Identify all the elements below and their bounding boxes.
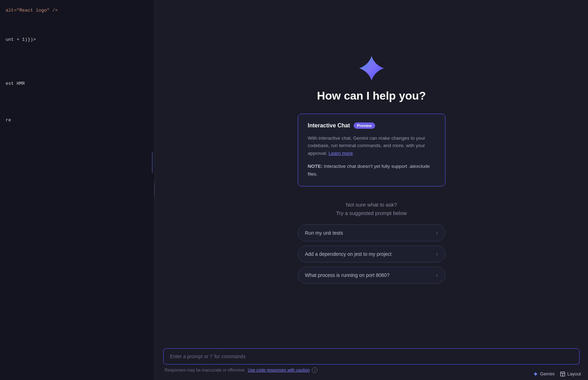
panel-divider — [154, 183, 154, 197]
chat-input-wrapper[interactable] — [163, 348, 580, 365]
chat-input-area: Responses may be inaccurate or offensive… — [155, 343, 588, 380]
bottom-bar: Gemini Layout — [526, 368, 588, 380]
suggestions-line1: Not sure what to ask? — [336, 201, 407, 209]
gemini-star-icon — [358, 54, 386, 82]
code-line — [6, 95, 149, 102]
suggestions-list: Run my unit tests › Add a dependency on … — [298, 224, 445, 284]
code-line — [6, 73, 149, 80]
suggestion-add-jest[interactable]: Add a dependency on jest to my project › — [298, 246, 445, 262]
code-line: alt="React logo" /> — [6, 7, 149, 14]
code-line — [6, 139, 149, 146]
chat-input[interactable] — [164, 349, 579, 364]
code-line — [6, 14, 149, 22]
page-title: How can I help you? — [317, 89, 426, 102]
code-line — [6, 29, 149, 36]
code-line: est HMR — [6, 80, 149, 88]
interactive-chat-card: Interactive Chat Preview With interactiv… — [298, 114, 445, 187]
card-header: Interactive Chat Preview — [308, 122, 435, 129]
learn-more-link[interactable]: Learn more — [329, 151, 353, 156]
gemini-status-item[interactable]: Gemini — [533, 371, 555, 376]
card-note: NOTE: Interactive chat doesn't yet fully… — [308, 163, 435, 178]
card-title: Interactive Chat — [308, 122, 350, 129]
code-line — [6, 88, 149, 95]
code-line — [6, 65, 149, 73]
card-description: With interactive chat, Gemini can make c… — [308, 134, 435, 157]
suggestions-line2: Try a suggested prompt below — [336, 209, 407, 217]
code-content: alt="React logo" /> unt + 1)})> est HMR … — [6, 7, 149, 146]
preview-badge: Preview — [354, 122, 375, 129]
layout-icon — [560, 372, 565, 376]
footer-warning-text: Responses may be inaccurate or offensive… — [165, 368, 246, 373]
chevron-right-icon: › — [436, 272, 438, 278]
suggestion-run-unit-tests[interactable]: Run my unit tests › — [298, 224, 445, 241]
code-editor-panel: alt="React logo" /> unt + 1)})> est HMR … — [0, 0, 155, 380]
chat-main-content: How can I help you? Interactive Chat Pre… — [248, 0, 495, 380]
code-line — [6, 124, 149, 132]
code-line — [6, 132, 149, 139]
caution-link[interactable]: Use code responses with caution — [248, 368, 310, 373]
chevron-right-icon: › — [436, 230, 438, 236]
code-line — [6, 58, 149, 66]
gemini-label: Gemini — [540, 371, 555, 376]
gemini-chat-panel: How can I help you? Interactive Chat Pre… — [155, 0, 588, 380]
suggestions-header: Not sure what to ask? Try a suggested pr… — [336, 201, 407, 217]
code-line — [6, 44, 149, 51]
code-line — [6, 22, 149, 29]
code-line — [6, 102, 149, 109]
code-line: unt + 1)})> — [6, 36, 149, 44]
code-line — [6, 51, 149, 58]
scrollbar[interactable] — [152, 152, 153, 173]
code-line: re — [6, 117, 149, 124]
suggestion-port-8080[interactable]: What process is running on port 8080? › — [298, 267, 445, 284]
code-line — [6, 109, 149, 117]
gemini-mini-icon — [533, 372, 538, 376]
chevron-right-icon: › — [436, 251, 438, 257]
layout-item[interactable]: Layout — [560, 371, 581, 376]
chat-footer: Responses may be inaccurate or offensive… — [163, 367, 580, 373]
layout-label: Layout — [567, 371, 581, 376]
info-icon[interactable]: i — [312, 367, 317, 373]
